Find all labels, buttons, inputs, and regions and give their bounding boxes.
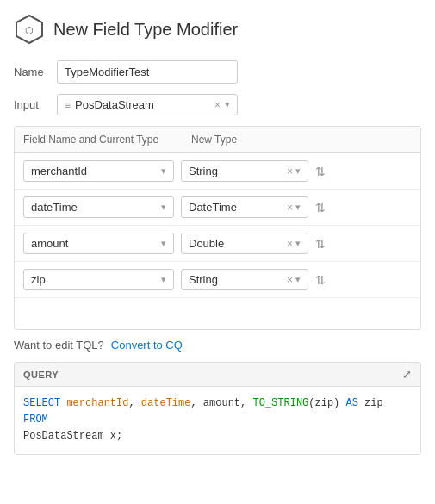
query-tail: PosDataStream x; [23, 430, 122, 442]
convert-to-cq-link[interactable]: Convert to CQ [111, 339, 183, 352]
kw-select: SELECT [23, 397, 60, 409]
query-label: QUERY [23, 370, 59, 380]
type-value-0: String [189, 165, 287, 177]
swap-button-0[interactable]: ⇅ [315, 165, 326, 178]
type-value-1: DateTime [189, 201, 287, 214]
table-header: Field Name and Current Type New Type [15, 127, 420, 153]
input-label: Input [14, 98, 57, 111]
input-clear-button[interactable]: × [214, 99, 221, 111]
page-header: ⬡ New Field Type Modifier [14, 14, 421, 45]
swap-button-1[interactable]: ⇅ [315, 201, 326, 215]
field-value-3: zip [31, 273, 161, 286]
fn-tostring: TO_STRING [252, 397, 308, 409]
logo-icon: ⬡ [14, 14, 45, 45]
field-select-1[interactable]: dateTime ▾ [23, 196, 174, 218]
page-title: New Field Type Modifier [53, 20, 238, 40]
field-value-2: amount [31, 237, 161, 250]
field-type-table: Field Name and Current Type New Type mer… [14, 126, 421, 330]
query-header: QUERY ⤢ [15, 363, 420, 387]
swap-button-3[interactable]: ⇅ [315, 273, 326, 287]
col-header-field: Field Name and Current Type [23, 134, 191, 146]
field-dateTime: dateTime [141, 397, 191, 409]
svg-text:⬡: ⬡ [25, 25, 34, 35]
field-select-3[interactable]: zip ▾ [23, 269, 174, 290]
type-arrow-2[interactable]: ▾ [295, 238, 301, 249]
query-section: QUERY ⤢ SELECT merchantId, dateTime, amo… [14, 362, 421, 455]
input-dropdown-arrow[interactable]: ▾ [225, 99, 230, 110]
input-select-value: PosDataStream [75, 98, 210, 111]
type-clear-3[interactable]: × [287, 274, 293, 286]
type-clear-2[interactable]: × [287, 238, 293, 250]
table-row: merchantId ▾ String × ▾ ⇅ [15, 153, 420, 190]
type-select-0[interactable]: String × ▾ [181, 160, 308, 182]
table-row: zip ▾ String × ▾ ⇅ [15, 262, 420, 298]
input-select[interactable]: ≡ PosDataStream × ▾ [57, 94, 238, 115]
field-merchantId: merchantId [66, 397, 128, 409]
field-value-1: dateTime [31, 201, 161, 214]
type-arrow-3[interactable]: ▾ [295, 274, 301, 285]
kw-from: FROM [23, 414, 48, 426]
field-select-2[interactable]: amount ▾ [23, 233, 174, 254]
field-arrow-0[interactable]: ▾ [161, 165, 166, 177]
name-input[interactable] [57, 60, 238, 84]
tql-row: Want to edit TQL? Convert to CQ [14, 339, 421, 352]
field-arrow-3[interactable]: ▾ [161, 274, 166, 285]
type-clear-0[interactable]: × [287, 165, 293, 177]
type-value-2: Double [189, 237, 287, 250]
field-select-0[interactable]: merchantId ▾ [23, 160, 174, 182]
name-label: Name [14, 65, 57, 78]
field-arrow-1[interactable]: ▾ [161, 202, 166, 213]
type-clear-1[interactable]: × [287, 202, 293, 214]
field-arrow-2[interactable]: ▾ [161, 238, 166, 249]
add-row-area[interactable] [15, 298, 420, 329]
input-row: Input ≡ PosDataStream × ▾ [14, 94, 421, 115]
table-row: dateTime ▾ DateTime × ▾ ⇅ [15, 190, 420, 226]
type-value-3: String [189, 273, 287, 286]
query-body: SELECT merchantId, dateTime, amount, TO_… [15, 387, 420, 454]
type-arrow-0[interactable]: ▾ [295, 165, 301, 177]
swap-button-2[interactable]: ⇅ [315, 237, 326, 251]
expand-icon[interactable]: ⤢ [402, 368, 412, 381]
table-row: amount ▾ Double × ▾ ⇅ [15, 226, 420, 262]
type-select-1[interactable]: DateTime × ▾ [181, 196, 308, 218]
tql-label: Want to edit TQL? [14, 339, 104, 352]
col-header-type: New Type [191, 134, 329, 146]
type-select-2[interactable]: Double × ▾ [181, 233, 308, 254]
type-select-3[interactable]: String × ▾ [181, 269, 308, 290]
type-arrow-1[interactable]: ▾ [295, 202, 301, 213]
stream-icon: ≡ [65, 99, 71, 111]
kw-as: AS [346, 397, 358, 409]
name-row: Name [14, 60, 421, 84]
field-value-0: merchantId [31, 165, 161, 177]
